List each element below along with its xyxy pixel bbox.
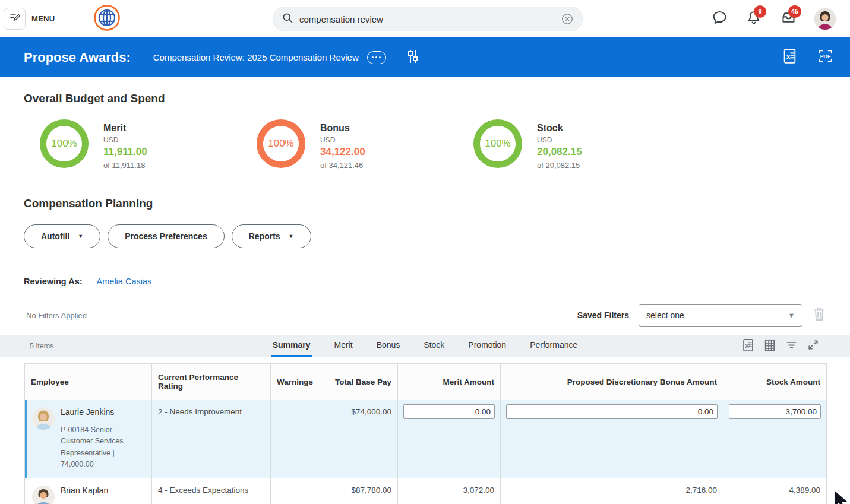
employee-position: P-00184 Senior Customer Services Represe… — [61, 424, 139, 471]
expand-icon — [807, 339, 819, 353]
bonus-amount: 34,122.00 — [320, 146, 365, 158]
bonus-budget-total: of 34,121.46 — [320, 161, 365, 170]
merit-amount-input[interactable] — [403, 404, 495, 419]
compose-button[interactable] — [4, 8, 26, 30]
grid-export-excel-button[interactable]: X — [742, 338, 754, 354]
page-subtitle: Compensation Review: 2025 Compensation R… — [153, 52, 359, 62]
chevron-down-icon: ▼ — [78, 233, 83, 239]
sliders-icon — [406, 49, 419, 66]
ellipsis-icon — [372, 56, 381, 58]
tab-merit[interactable]: Merit — [333, 335, 355, 357]
col-merit-amount[interactable]: Merit Amount — [398, 364, 501, 400]
filter-lines-icon — [785, 339, 798, 354]
filter-status-text: No Filters Applied — [26, 311, 87, 320]
warnings-cell — [271, 400, 306, 478]
autofill-label: Autofill — [41, 232, 69, 241]
clear-search-icon[interactable] — [561, 12, 574, 26]
bonus-amount-cell — [501, 400, 723, 478]
saved-filters-select[interactable]: select one ▼ — [639, 304, 802, 327]
tab-promotion[interactable]: Promotion — [466, 335, 508, 357]
table-grid-icon — [764, 338, 776, 354]
grid-filter-button[interactable] — [785, 339, 798, 354]
saved-filters-label: Saved Filters — [577, 310, 629, 320]
reports-button[interactable]: Reports ▼ — [232, 224, 311, 248]
tab-summary[interactable]: Summary — [271, 335, 312, 357]
related-actions-button[interactable] — [367, 51, 386, 64]
col-current-performance-rating[interactable]: Current Performance Rating — [152, 364, 271, 400]
total-base-pay-cell: $74,000.00 — [306, 400, 398, 478]
stock-budget-total: of 20,082.15 — [537, 161, 582, 170]
compensation-grid: Employee Current Performance Rating Warn… — [24, 363, 827, 504]
reports-label: Reports — [249, 232, 280, 241]
bonus-currency: USD — [320, 136, 365, 144]
merit-label: Merit — [103, 123, 147, 134]
grid-tabs: Summary Merit Bonus Stock Promotion Perf… — [0, 335, 850, 357]
employee-name[interactable]: Brian Kaplan — [61, 486, 139, 495]
tab-bonus[interactable]: Bonus — [375, 335, 402, 357]
table-row: Laurie Jenkins P-00184 Senior Customer S… — [25, 400, 827, 478]
bonus-amount-cell: 2,716.00 — [501, 478, 723, 504]
inbox-button[interactable]: 45 — [780, 11, 797, 27]
bonus-percent: 100% — [268, 138, 293, 150]
col-proposed-discretionary-bonus-amount[interactable]: Proposed Discretionary Bonus Amount — [501, 364, 723, 400]
rating-cell: 4 - Exceeds Expectations — [152, 478, 271, 504]
chat-button[interactable] — [711, 11, 728, 27]
total-base-pay-cell: $87,780.00 — [306, 478, 398, 504]
stock-amount-cell: 4,389.00 — [723, 478, 827, 504]
col-stock-amount[interactable]: Stock Amount — [723, 364, 827, 400]
merit-amount: 11,911.00 — [103, 146, 147, 158]
employee-name[interactable]: Laurie Jenkins — [61, 407, 139, 417]
global-search[interactable] — [273, 7, 583, 31]
warnings-cell — [271, 478, 306, 504]
stock-amount: 20,082.15 — [537, 146, 582, 158]
merit-currency: USD — [103, 136, 147, 144]
reviewing-as-link[interactable]: Amelia Casias — [97, 277, 152, 286]
configure-button[interactable] — [406, 49, 419, 66]
employee-avatar[interactable] — [32, 407, 55, 430]
employee-avatar[interactable] — [32, 486, 55, 504]
budget-card-bonus: 100% Bonus USD 34,122.00 of 34,121.46 — [241, 119, 457, 170]
export-excel-button[interactable]: X — [782, 48, 797, 66]
notifications-button[interactable]: 9 — [745, 11, 762, 27]
delete-filter-button[interactable] — [812, 306, 826, 324]
tab-stock[interactable]: Stock — [422, 335, 446, 357]
merit-amount-cell — [398, 400, 501, 478]
grid-toolbar: 5 items Summary Merit Bonus Stock Promot… — [0, 335, 850, 357]
stock-progress-ring: 100% — [473, 119, 522, 168]
chat-icon — [712, 9, 728, 28]
stock-amount-cell — [723, 400, 827, 478]
notifications-badge: 9 — [754, 5, 766, 18]
svg-text:X: X — [786, 53, 791, 61]
export-pdf-button[interactable]: PDF — [817, 48, 833, 66]
col-employee[interactable]: Employee — [25, 364, 152, 400]
chevron-down-icon: ▼ — [788, 312, 795, 319]
bonus-progress-ring: 100% — [257, 119, 305, 168]
stock-amount-input[interactable] — [729, 404, 821, 419]
profile-avatar[interactable] — [814, 8, 836, 30]
company-globe-logo[interactable] — [93, 4, 121, 34]
pdf-icon: PDF — [817, 48, 833, 66]
grid-view-button[interactable] — [764, 338, 776, 354]
svg-text:X: X — [745, 342, 749, 348]
tab-performance[interactable]: Performance — [528, 335, 579, 357]
budget-card-merit: 100% Merit USD 11,911.00 of 11,911.18 — [24, 119, 241, 170]
budget-card-stock: 100% Stock USD 20,082.15 of 20,082.15 — [457, 119, 674, 170]
planning-section-title: Compensation Planning — [24, 197, 850, 210]
chevron-down-icon: ▼ — [289, 233, 294, 239]
autofill-button[interactable]: Autofill ▼ — [24, 224, 100, 248]
mouse-cursor — [833, 489, 850, 504]
saved-filters-value: select one — [646, 310, 684, 320]
col-total-base-pay[interactable]: Total Base Pay — [306, 364, 398, 400]
menu-button[interactable]: MENU — [31, 14, 55, 23]
search-input[interactable] — [299, 14, 561, 24]
page-title: Propose Awards: — [24, 50, 131, 65]
budget-cards: 100% Merit USD 11,911.00 of 11,911.18 10… — [24, 119, 850, 170]
inbox-badge: 45 — [788, 5, 801, 18]
col-warnings[interactable]: Warnings — [271, 364, 306, 400]
merit-amount-cell: 3,072.00 — [398, 478, 501, 504]
process-preferences-button[interactable]: Process Preferences — [108, 224, 225, 248]
expand-grid-button[interactable] — [807, 339, 819, 353]
bonus-amount-input[interactable] — [506, 404, 718, 419]
stock-currency: USD — [537, 136, 582, 144]
top-bar: MENU — [0, 0, 850, 37]
